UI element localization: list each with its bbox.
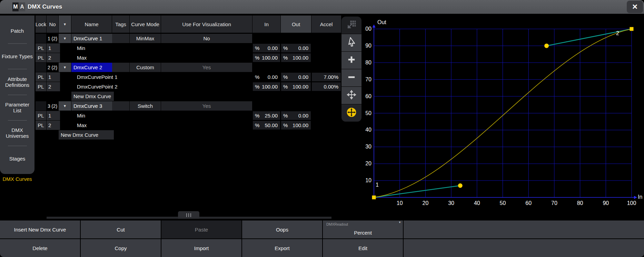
export-button[interactable]: Export (242, 239, 322, 257)
curve-anchor-point[interactable] (372, 196, 376, 199)
accel-value-cell[interactable]: 0.00% (312, 82, 341, 91)
tool-button-move[interactable] (341, 87, 361, 104)
sidebar-item-attribute-definitions[interactable]: Attribute Definitions (0, 69, 34, 94)
curve-name-cell[interactable]: DmxCurve 3 (71, 101, 114, 111)
use-for-visualization-cell[interactable]: Yes (161, 101, 252, 111)
point-number-cell[interactable]: 1 (47, 43, 60, 53)
column-header-use-for-visualization[interactable]: Use For Visualization (161, 16, 252, 33)
dmx-readout-dropdown[interactable]: DMXReadout▼Percent (323, 220, 403, 238)
import-button[interactable]: Import (161, 239, 241, 257)
point-number-cell[interactable]: 2 (47, 82, 60, 91)
bezier-handle-line[interactable] (374, 186, 460, 197)
column-header-no[interactable]: No (47, 16, 58, 33)
cut-button[interactable]: Cut (81, 220, 161, 238)
lock-cell[interactable]: PL (36, 82, 46, 91)
horizontal-scrollbar-grip[interactable] (178, 211, 199, 219)
column-header-collapse[interactable]: ▼ (59, 16, 71, 33)
accel-value-cell[interactable]: 7.00% (312, 73, 341, 81)
out-value-cell[interactable]: %100.00 (281, 53, 311, 62)
use-for-visualization-cell[interactable]: Yes (161, 63, 252, 72)
dmx-curve-editor-canvas[interactable]: 1020304050607080901001020304050607080901… (365, 16, 644, 215)
in-value-cell[interactable]: %100.00 (253, 53, 280, 62)
bezier-handle-point[interactable] (544, 43, 549, 48)
point-name-cell[interactable]: DmxCurvePoint 2 (71, 82, 117, 91)
point-name-cell[interactable]: Max (71, 121, 117, 130)
tool-button-cursor[interactable] (341, 34, 361, 51)
lock-cell[interactable]: PL (36, 121, 46, 130)
lock-cell[interactable]: PL (36, 111, 46, 120)
curve-anchor-point[interactable] (630, 27, 634, 31)
tool-button-plus[interactable] (341, 52, 361, 69)
sidebar-item-parameter-list[interactable]: Parameter List (0, 95, 34, 120)
copy-button[interactable]: Copy (81, 239, 161, 257)
tags-cell[interactable] (112, 63, 129, 72)
sidebar-item-stages[interactable]: Stages (0, 146, 34, 171)
out-value-cell[interactable]: %100.00 (281, 82, 311, 91)
point-number-cell[interactable]: 1 (47, 111, 60, 120)
tags-cell[interactable] (112, 101, 129, 111)
close-icon[interactable]: × (627, 1, 643, 13)
insert-new-dmx-curve-button[interactable]: Insert New Dmx Curve (0, 220, 80, 238)
delete-button[interactable]: Delete (0, 239, 80, 257)
percent-sign: % (283, 113, 288, 119)
column-header-name[interactable]: Name (71, 16, 112, 33)
curve-mode-cell[interactable]: Switch (130, 101, 161, 111)
new-dmx-curve-row[interactable]: New Dmx Curve (59, 130, 114, 140)
sidebar-item-fixture-types[interactable]: Fixture Types (0, 44, 34, 69)
curve-number-cell[interactable]: 1 (2) (47, 34, 58, 43)
paste-button[interactable]: Paste (161, 220, 241, 238)
out-value-cell[interactable]: %0.00 (281, 73, 311, 81)
lock-cell[interactable]: PL (36, 72, 46, 82)
lock-cell[interactable]: PL (36, 43, 46, 53)
in-value-cell[interactable]: %0.00 (253, 73, 280, 81)
column-header-out[interactable]: Out (281, 16, 311, 33)
point-number-cell[interactable]: 2 (47, 53, 60, 62)
oops-button[interactable]: Oops (242, 220, 322, 238)
in-value-cell[interactable]: %0.00 (253, 44, 280, 52)
tool-button-target-move[interactable] (341, 104, 361, 122)
out-value-cell[interactable]: %100.00 (281, 121, 311, 130)
curve-name-cell[interactable]: DmxCurve 1 (71, 34, 114, 43)
sidebar-item-patch[interactable]: Patch (0, 18, 34, 43)
sidebar-item-dmx-universes[interactable]: DMX Universes (0, 121, 34, 146)
out-value-cell[interactable]: %0.00 (281, 44, 311, 52)
curve-mode-cell[interactable]: Custom (130, 63, 161, 72)
point-name-cell[interactable]: Min (71, 111, 117, 120)
in-value-cell[interactable]: %100.00 (253, 82, 280, 91)
column-header-lock[interactable]: Lock (36, 16, 46, 33)
out-value-cell[interactable]: %0.00 (281, 111, 311, 120)
lock-cell[interactable] (36, 63, 46, 72)
collapse-arrow-icon[interactable]: ▼ (59, 63, 71, 72)
point-number-cell[interactable]: 2 (47, 121, 60, 130)
curve-name-cell-selected[interactable]: DmxCurve 2 (71, 63, 114, 72)
point-name-cell[interactable]: DmxCurvePoint 1 (71, 72, 117, 82)
use-for-visualization-cell[interactable]: No (161, 34, 252, 43)
sidebar-item-dmx-curves-active[interactable]: DMX Curves (0, 176, 34, 182)
tool-button-minus[interactable] (341, 69, 361, 86)
curve-number-cell[interactable]: 2 (2) (47, 63, 58, 72)
new-dmx-curve-row[interactable]: New Dmx Curve (71, 92, 114, 101)
point-name-cell[interactable]: Min (71, 43, 117, 53)
tags-cell[interactable] (112, 34, 129, 43)
collapse-arrow-icon[interactable]: ▼ (59, 34, 71, 43)
lock-cell[interactable]: PL (36, 53, 46, 62)
point-number-cell[interactable]: 1 (47, 72, 60, 82)
collapse-arrow-icon[interactable]: ▼ (59, 101, 71, 111)
column-header-curve-mode[interactable]: Curve Mode (130, 16, 161, 33)
lock-cell[interactable] (36, 34, 46, 43)
in-value-cell[interactable]: %50.00 (253, 121, 280, 130)
edit-button[interactable]: Edit (323, 239, 403, 257)
x-tick-label: 90 (603, 200, 609, 206)
tool-button-grid-move[interactable] (341, 17, 361, 34)
column-header-accel[interactable]: Accel (311, 16, 341, 33)
grip-lines-icon (188, 213, 189, 217)
point-name-cell[interactable]: Max (71, 53, 117, 62)
in-value-cell[interactable]: %25.00 (253, 111, 280, 120)
curve-number-cell[interactable]: 3 (2) (47, 101, 58, 111)
lock-cell[interactable] (36, 101, 46, 111)
curve-chart[interactable]: 1020304050607080901001020304050607080901… (365, 16, 644, 215)
bezier-handle-point[interactable] (458, 183, 463, 188)
column-header-in[interactable]: In (252, 16, 280, 33)
curve-mode-cell[interactable]: MinMax (130, 34, 161, 43)
column-header-tags[interactable]: Tags (112, 16, 129, 33)
